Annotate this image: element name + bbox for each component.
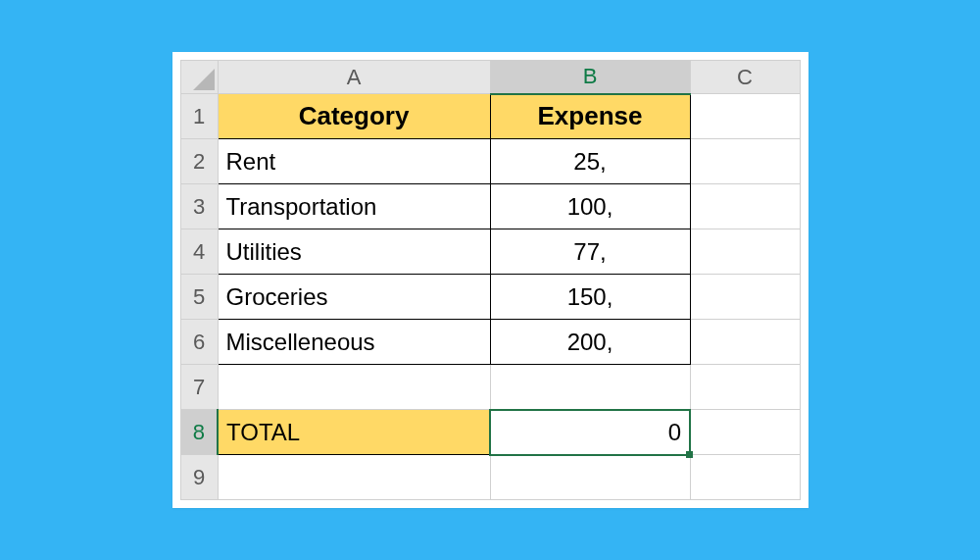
cell-a7[interactable] xyxy=(218,365,490,410)
row-header-8[interactable]: 8 xyxy=(180,410,218,455)
cell-a5[interactable]: Groceries xyxy=(218,275,490,320)
cell-c2[interactable] xyxy=(690,139,800,184)
cell-a3[interactable]: Transportation xyxy=(218,184,490,229)
cell-c3[interactable] xyxy=(690,184,800,229)
cell-b1[interactable]: Expense xyxy=(490,94,690,139)
cell-a2[interactable]: Rent xyxy=(218,139,490,184)
cell-b8-selected[interactable]: 0 xyxy=(490,410,690,455)
cell-b6[interactable]: 200, xyxy=(490,320,690,365)
row-header-2[interactable]: 2 xyxy=(180,139,218,184)
cell-b5[interactable]: 150, xyxy=(490,275,690,320)
col-header-a[interactable]: A xyxy=(218,61,490,94)
cell-b9[interactable] xyxy=(490,455,690,500)
spreadsheet: A B C 1 Category Expense 2 Rent 25, 3 Tr… xyxy=(172,52,808,508)
cell-a1[interactable]: Category xyxy=(218,94,490,139)
cell-c7[interactable] xyxy=(690,365,800,410)
row-header-4[interactable]: 4 xyxy=(180,229,218,275)
cell-c4[interactable] xyxy=(690,229,800,275)
col-header-b[interactable]: B xyxy=(490,61,690,94)
cell-a4[interactable]: Utilities xyxy=(218,229,490,275)
cell-c9[interactable] xyxy=(690,455,800,500)
grid: A B C 1 Category Expense 2 Rent 25, 3 Tr… xyxy=(180,60,801,500)
row-header-5[interactable]: 5 xyxy=(180,275,218,320)
cell-c8[interactable] xyxy=(690,410,800,455)
row-header-7[interactable]: 7 xyxy=(180,365,218,410)
cell-a6[interactable]: Miscelleneous xyxy=(218,320,490,365)
cell-c6[interactable] xyxy=(690,320,800,365)
cell-b3[interactable]: 100, xyxy=(490,184,690,229)
row-header-1[interactable]: 1 xyxy=(180,94,218,139)
row-header-6[interactable]: 6 xyxy=(180,320,218,365)
row-header-3[interactable]: 3 xyxy=(180,184,218,229)
select-all-corner[interactable] xyxy=(180,61,218,94)
cell-b2[interactable]: 25, xyxy=(490,139,690,184)
cell-a8[interactable]: TOTAL xyxy=(218,410,490,455)
cell-b7[interactable] xyxy=(490,365,690,410)
row-header-9[interactable]: 9 xyxy=(180,455,218,500)
cell-b4[interactable]: 77, xyxy=(490,229,690,275)
cell-c1[interactable] xyxy=(690,94,800,139)
cell-a9[interactable] xyxy=(218,455,490,500)
cell-c5[interactable] xyxy=(690,275,800,320)
col-header-c[interactable]: C xyxy=(690,61,800,94)
